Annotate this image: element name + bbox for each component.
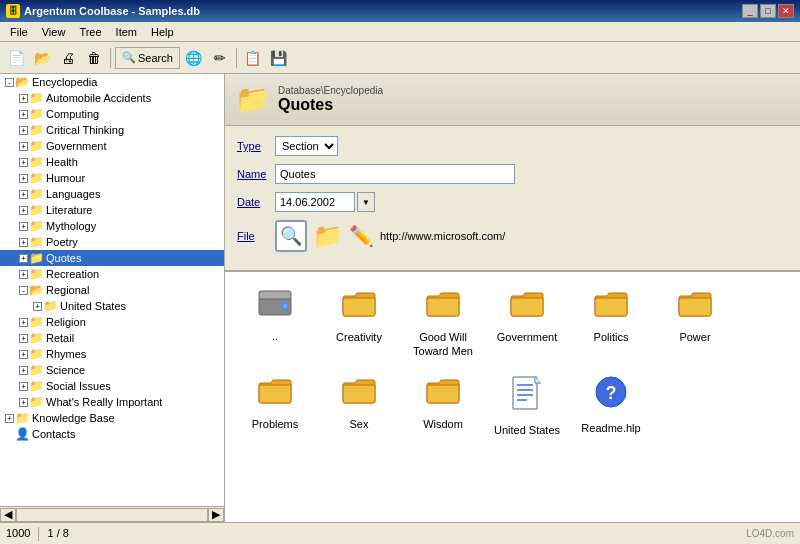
file-edit-icon[interactable]: ✏️ xyxy=(349,224,374,248)
scroll-right-button[interactable]: ▶ xyxy=(208,508,224,522)
tree-item-literature[interactable]: + 📁 Literature xyxy=(0,202,224,218)
tree-item-computing[interactable]: + 📁 Computing xyxy=(0,106,224,122)
expand-mythology[interactable]: + xyxy=(19,222,28,231)
expand-retail[interactable]: + xyxy=(19,334,28,343)
tree-item-social[interactable]: + 📁 Social Issues xyxy=(0,378,224,394)
tree-item-whats[interactable]: + 📁 What's Really Important xyxy=(0,394,224,410)
print-button[interactable]: 🖨 xyxy=(56,46,80,70)
icon-item-up[interactable]: .. xyxy=(235,282,315,365)
icon-item-problems[interactable]: Problems xyxy=(235,369,315,443)
expand-quotes[interactable]: + xyxy=(19,254,28,263)
tree-item-health[interactable]: + 📁 Health xyxy=(0,154,224,170)
horizontal-scrollbar-track[interactable] xyxy=(16,508,208,522)
expand-computing[interactable]: + xyxy=(19,110,28,119)
sidebar-horizontal-scroll[interactable]: ◀ ▶ xyxy=(0,506,224,522)
expand-knowledge[interactable]: + xyxy=(5,414,14,423)
expand-poetry[interactable]: + xyxy=(19,238,28,247)
icon-item-power[interactable]: Power xyxy=(655,282,735,365)
tree-item-poetry[interactable]: + 📁 Poetry xyxy=(0,234,224,250)
icon-item-politics[interactable]: Politics xyxy=(571,282,651,365)
expand-humour[interactable]: + xyxy=(19,174,28,183)
expand-languages[interactable]: + xyxy=(19,190,28,199)
icon-item-sex[interactable]: Sex xyxy=(319,369,399,443)
tree-label-recreation: Recreation xyxy=(46,268,99,280)
tree-item-religion[interactable]: + 📁 Religion xyxy=(0,314,224,330)
expand-encyclopedia[interactable]: - xyxy=(5,78,14,87)
expand-whats[interactable]: + xyxy=(19,398,28,407)
edit-button[interactable]: ✏ xyxy=(208,46,232,70)
header-folder-icon: 📁 xyxy=(235,83,270,116)
close-button[interactable]: ✕ xyxy=(778,4,794,18)
minimize-button[interactable]: _ xyxy=(742,4,758,18)
expand-automobile[interactable]: + xyxy=(19,94,28,103)
tree-item-quotes[interactable]: + 📁 Quotes xyxy=(0,250,224,266)
icon-item-creativity[interactable]: Creativity xyxy=(319,282,399,365)
type-select[interactable]: Section xyxy=(275,136,338,156)
tree-item-knowledge[interactable]: + 📁 Knowledge Base xyxy=(0,410,224,426)
menu-file[interactable]: File xyxy=(4,25,34,39)
tree-item-retail[interactable]: + 📁 Retail xyxy=(0,330,224,346)
svg-point-2 xyxy=(282,303,288,309)
expand-government[interactable]: + xyxy=(19,142,28,151)
icon-item-goodwill[interactable]: Good WillToward Men xyxy=(403,282,483,365)
type-label[interactable]: Type xyxy=(237,140,275,152)
tree-item-recreation[interactable]: + 📁 Recreation xyxy=(0,266,224,282)
expand-literature[interactable]: + xyxy=(19,206,28,215)
tree-item-government[interactable]: + 📁 Government xyxy=(0,138,224,154)
new-button[interactable]: 📄 xyxy=(4,46,28,70)
tree-item-contacts[interactable]: 👤 Contacts xyxy=(0,426,224,442)
icon-item-wisdom[interactable]: Wisdom xyxy=(403,369,483,443)
tree-item-languages[interactable]: + 📁 Languages xyxy=(0,186,224,202)
internet-button[interactable]: 🌐 xyxy=(182,46,206,70)
tree-item-science[interactable]: + 📁 Science xyxy=(0,362,224,378)
expand-unitedstates[interactable]: + xyxy=(33,302,42,311)
open-button[interactable]: 📂 xyxy=(30,46,54,70)
date-picker-button[interactable]: ▼ xyxy=(357,192,375,212)
file-label[interactable]: File xyxy=(237,230,275,242)
scroll-left-button[interactable]: ◀ xyxy=(0,508,16,522)
folder-icon: 📁 xyxy=(29,187,44,201)
tree-item-rhymes[interactable]: + 📁 Rhymes xyxy=(0,346,224,362)
tree-item-mythology[interactable]: + 📁 Mythology xyxy=(0,218,224,234)
tree-item-encyclopedia[interactable]: - 📂 Encyclopedia xyxy=(0,74,224,90)
tree-label-languages: Languages xyxy=(46,188,100,200)
folder-icon: 📁 xyxy=(15,411,30,425)
icon-item-unitedstates-doc[interactable]: United States xyxy=(487,369,567,443)
date-label[interactable]: Date xyxy=(237,196,275,208)
folder-problems-icon xyxy=(257,375,293,413)
menu-help[interactable]: Help xyxy=(145,25,180,39)
file-search-icon[interactable]: 🔍 xyxy=(275,220,307,252)
expand-rhymes[interactable]: + xyxy=(19,350,28,359)
menu-tree[interactable]: Tree xyxy=(73,25,107,39)
search-button[interactable]: 🔍 Search xyxy=(115,47,180,69)
file-folder-icon[interactable]: 📁 xyxy=(313,222,343,250)
expand-religion[interactable]: + xyxy=(19,318,28,327)
expand-social[interactable]: + xyxy=(19,382,28,391)
tree-item-regional[interactable]: - 📂 Regional xyxy=(0,282,224,298)
icon-item-government[interactable]: Government xyxy=(487,282,567,365)
name-input[interactable] xyxy=(275,164,515,184)
expand-recreation[interactable]: + xyxy=(19,270,28,279)
expand-health[interactable]: + xyxy=(19,158,28,167)
maximize-button[interactable]: □ xyxy=(760,4,776,18)
expand-science[interactable]: + xyxy=(19,366,28,375)
name-label[interactable]: Name xyxy=(237,168,275,180)
menu-item[interactable]: Item xyxy=(110,25,143,39)
tree-item-automobile[interactable]: + 📁 Automobile Accidents xyxy=(0,90,224,106)
tree-label-computing: Computing xyxy=(46,108,99,120)
copy-button[interactable]: 📋 xyxy=(241,46,265,70)
menu-view[interactable]: View xyxy=(36,25,72,39)
tree-item-critical[interactable]: + 📁 Critical Thinking xyxy=(0,122,224,138)
expand-critical[interactable]: + xyxy=(19,126,28,135)
icon-label-up: .. xyxy=(272,329,278,343)
delete-button[interactable]: 🗑 xyxy=(82,46,106,70)
tree-label-critical: Critical Thinking xyxy=(46,124,124,136)
icon-label-unitedstates-doc: United States xyxy=(494,423,560,437)
expand-regional[interactable]: - xyxy=(19,286,28,295)
save-button[interactable]: 💾 xyxy=(267,46,291,70)
icon-item-readme[interactable]: ? Readme.hlp xyxy=(571,369,651,443)
folder-goodwill-icon xyxy=(425,288,461,326)
tree-item-humour[interactable]: + 📁 Humour xyxy=(0,170,224,186)
date-input[interactable] xyxy=(275,192,355,212)
tree-item-unitedstates[interactable]: + 📁 United States xyxy=(0,298,224,314)
